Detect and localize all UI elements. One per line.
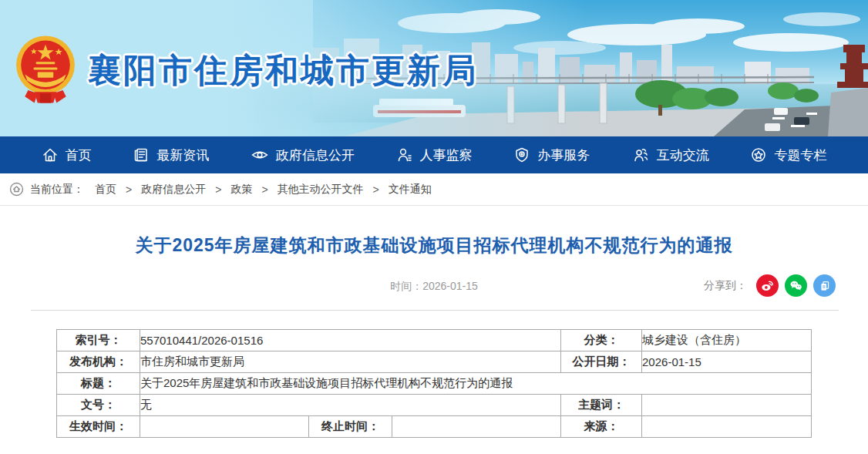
nav-item-label: 互动交流 (657, 146, 709, 164)
table-row: 标题： 关于2025年房屋建筑和市政基础设施项目招标代理机构不规范行为的通报 (57, 373, 812, 395)
doc-title-label: 标题： (57, 373, 140, 395)
effective-date-value (140, 416, 309, 438)
expiry-date-value (392, 416, 561, 438)
effective-date-label: 生效时间： (57, 416, 140, 438)
breadcrumb-item-gov-info[interactable]: 政府信息公开 (141, 183, 206, 197)
nav-item-label: 人事监察 (420, 146, 473, 164)
wechat-icon (788, 277, 804, 294)
nav-item-news[interactable]: 最新资讯 (133, 146, 209, 164)
table-row: 生效时间： 终止时间： 来源： (57, 416, 812, 438)
divider (31, 310, 839, 311)
home-icon (9, 182, 24, 197)
share-weibo-button[interactable] (756, 274, 779, 297)
expiry-date-label: 终止时间： (309, 416, 392, 438)
main-nav: 首页 最新资讯 政府信息公开 人事监察 办事服务 互动交流 (0, 136, 868, 173)
source-label: 来源： (561, 416, 642, 438)
breadcrumb-label: 当前位置： (30, 183, 84, 197)
doc-number-value: 无 (140, 395, 561, 416)
nav-item-label: 政府信息公开 (276, 146, 355, 164)
table-row: 发布机构： 市住房和城市更新局 公开日期： 2026-01-15 (57, 351, 812, 373)
weibo-icon (759, 277, 775, 294)
keywords-value (642, 395, 812, 416)
breadcrumb-separator: > (373, 183, 379, 196)
nav-item-label: 首页 (66, 146, 92, 164)
category-value: 城乡建设（含住房） (642, 330, 812, 351)
breadcrumb-item-policy[interactable]: 政策 (230, 183, 252, 197)
nav-item-label: 办事服务 (537, 146, 590, 164)
keywords-label: 主题词： (561, 395, 642, 416)
site-title: 襄阳市住房和城市更新局 (88, 49, 478, 93)
breadcrumb: 当前位置： 首页 > 政府信息公开 > 政策 > 其他主动公开文件 > 文件通知 (0, 173, 868, 206)
issuer-label: 发布机构： (57, 351, 140, 373)
site-banner: 襄阳市住房和城市更新局 (0, 0, 868, 136)
source-value (642, 416, 812, 438)
nav-item-home[interactable]: 首页 (42, 146, 92, 164)
share-copy-button[interactable] (813, 274, 836, 297)
doc-number-label: 文号： (57, 395, 140, 416)
news-icon (133, 146, 150, 163)
eye-icon (251, 146, 269, 163)
shield-icon (513, 146, 530, 163)
breadcrumb-separator: > (261, 183, 267, 196)
nav-item-interaction[interactable]: 互动交流 (631, 146, 709, 164)
doc-title-value: 关于2025年房屋建筑和市政基础设施项目招标代理机构不规范行为的通报 (140, 373, 812, 395)
nav-item-personnel[interactable]: 人事监察 (396, 146, 473, 164)
breadcrumb-separator: > (215, 183, 221, 196)
star-icon (750, 146, 767, 163)
share-wechat-button[interactable] (785, 274, 807, 297)
nav-item-label: 最新资讯 (156, 146, 209, 164)
breadcrumb-separator: > (126, 183, 132, 196)
national-emblem-icon (14, 32, 77, 109)
share-bar: 分享到： (704, 274, 836, 297)
table-row: 索引号： 557010441/2026-01516 分类： 城乡建设（含住房） (57, 330, 812, 351)
nav-item-gov-info[interactable]: 政府信息公开 (251, 146, 355, 164)
nav-item-special-columns[interactable]: 专题专栏 (750, 146, 826, 164)
breadcrumb-item-doc-notice[interactable]: 文件通知 (389, 183, 432, 197)
nav-item-label: 专题专栏 (774, 146, 826, 164)
index-number-value: 557010441/2026-01516 (140, 330, 561, 351)
publish-date-label: 公开日期： (561, 351, 642, 373)
category-label: 分类： (561, 330, 642, 351)
publish-date-value: 2026-01-15 (642, 351, 812, 373)
publish-date-value: 2026-01-15 (422, 280, 478, 292)
table-row: 文号： 无 主题词： (57, 395, 812, 416)
person-icon (396, 146, 413, 163)
nav-item-services[interactable]: 办事服务 (513, 146, 590, 164)
share-label: 分享到： (704, 279, 747, 293)
article-meta-row: 时间：2026-01-15 分享到： (0, 274, 868, 298)
index-number-label: 索引号： (57, 330, 140, 351)
document-meta-table: 索引号： 557010441/2026-01516 分类： 城乡建设（含住房） … (56, 329, 812, 438)
page-title: 关于2025年房屋建筑和市政基础设施项目招标代理机构不规范行为的通报 (0, 234, 868, 257)
site-brand: 襄阳市住房和城市更新局 (14, 32, 478, 109)
publish-date-label: 时间： (390, 280, 422, 292)
people-chat-icon (631, 146, 650, 163)
home-icon (42, 146, 59, 163)
copy-icon (817, 278, 833, 294)
issuer-value: 市住房和城市更新局 (140, 351, 561, 373)
breadcrumb-item-other-open-docs[interactable]: 其他主动公开文件 (278, 183, 364, 197)
breadcrumb-item-home[interactable]: 首页 (95, 183, 116, 197)
